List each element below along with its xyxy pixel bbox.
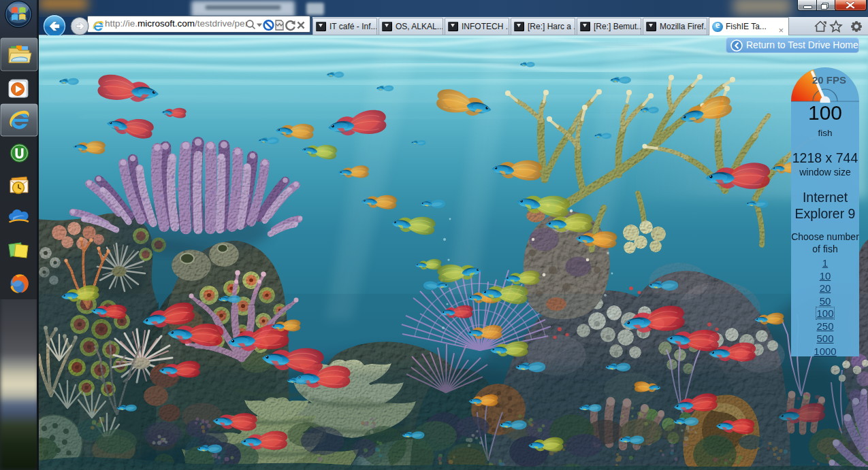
svg-text:20 FPS: 20 FPS [812, 74, 846, 86]
